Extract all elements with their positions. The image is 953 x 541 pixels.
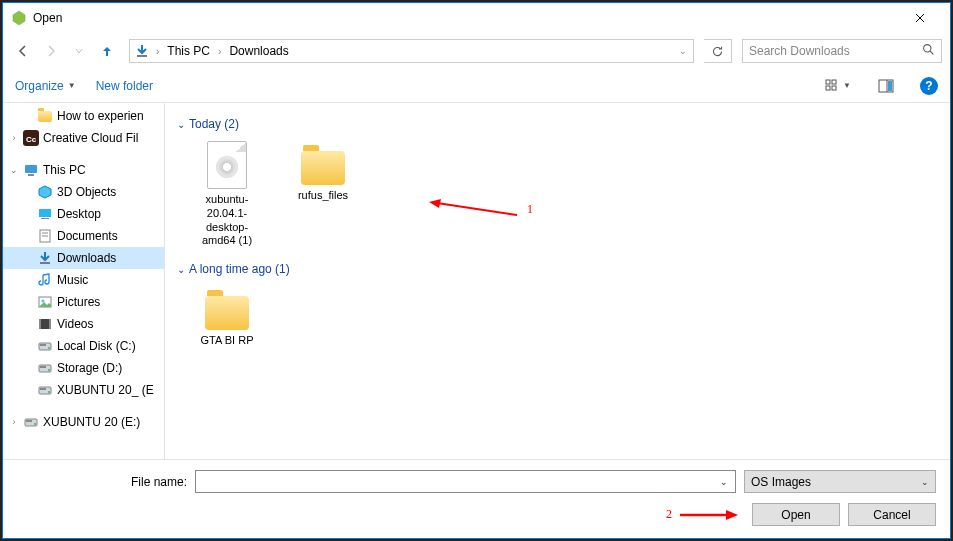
help-button[interactable]: ? [920,77,938,95]
tree-item[interactable]: XUBUNTU 20_ (E [3,379,164,401]
file-item[interactable]: xubuntu-20.04.1-desktop-amd64 (1) [191,141,263,248]
tree-item-label: Downloads [57,251,116,265]
svg-rect-21 [40,262,50,264]
svg-rect-1 [137,55,147,57]
breadcrumb-downloads[interactable]: Downloads [227,42,290,60]
tree-item-label: Videos [57,317,93,331]
tree-item[interactable]: Local Disk (C:) [3,335,164,357]
tree-item[interactable]: Documents [3,225,164,247]
svg-marker-15 [39,186,51,198]
caret-down-icon: ⌄ [921,477,929,487]
chevron-down-icon: ⌄ [177,264,185,275]
folder-icon [205,296,249,330]
new-folder-button[interactable]: New folder [96,79,153,93]
tree-item[interactable]: ⌄This PC [3,159,164,181]
disk-icon [23,414,39,430]
music-icon [37,272,53,288]
expander-icon[interactable]: › [9,417,19,427]
desktop-icon [37,206,53,222]
group-header[interactable]: ⌄A long time ago (1) [177,262,938,276]
svg-rect-4 [826,80,830,84]
tree-item[interactable]: Storage (D:) [3,357,164,379]
close-button[interactable] [897,3,942,33]
tree-item-label: Creative Cloud Fil [43,131,138,145]
svg-rect-16 [39,209,51,217]
tree-item[interactable]: Desktop [3,203,164,225]
svg-point-32 [48,369,50,371]
view-options-button[interactable]: ▼ [824,74,852,98]
tree-item-label: Music [57,273,88,287]
caret-down-icon[interactable]: ⌄ [716,475,732,489]
disk-icon [37,360,53,376]
downloads-icon [134,43,150,59]
organize-button[interactable]: Organize ▼ [15,79,76,93]
tree-item[interactable]: Music [3,269,164,291]
expander-icon[interactable]: ⌄ [9,165,19,175]
folder-icon [37,108,53,124]
videos-icon [37,316,53,332]
tree-item[interactable]: ›XUBUNTU 20 (E:) [3,411,164,433]
group-header[interactable]: ⌄Today (2) [177,117,938,131]
tree-item-label: Storage (D:) [57,361,122,375]
file-item[interactable]: GTA BI RP [191,286,263,348]
svg-line-3 [930,51,933,54]
tree-item[interactable]: Pictures [3,291,164,313]
downloads-icon [37,250,53,266]
3d-icon [37,184,53,200]
svg-marker-42 [726,510,738,520]
cancel-button[interactable]: Cancel [848,503,936,526]
file-list-pane[interactable]: 1 ⌄Today (2)xubuntu-20.04.1-desktop-amd6… [165,103,950,459]
tree-item-label: Documents [57,229,118,243]
svg-rect-10 [888,81,892,91]
tree-item-label: Pictures [57,295,100,309]
svg-point-38 [34,423,36,425]
svg-rect-28 [40,344,46,346]
dialog-footer: File name: ⌄ OS Images ⌄ 2 Open Cancel [3,459,950,538]
svg-marker-0 [13,11,25,25]
tree-item-label: This PC [43,163,86,177]
svg-rect-13 [25,165,37,173]
address-bar[interactable]: › This PC › Downloads ⌄ [129,39,694,63]
file-item[interactable]: rufus_files [287,141,359,248]
tree-item-label: Desktop [57,207,101,221]
folder-tree[interactable]: How to experien›CcCreative Cloud Fil⌄Thi… [3,103,165,459]
annotation-2: 2 [666,507,738,522]
tree-item[interactable]: Downloads [3,247,164,269]
title-bar: Open [3,3,950,33]
breadcrumb-this-pc[interactable]: This PC [165,42,212,60]
preview-pane-button[interactable] [872,74,900,98]
svg-rect-6 [826,86,830,90]
folder-icon [301,151,345,185]
file-name-input[interactable]: ⌄ [195,470,736,493]
tree-item[interactable]: Videos [3,313,164,335]
up-button[interactable] [95,39,119,63]
chevron-down-icon: ⌄ [177,119,185,130]
svg-rect-14 [28,174,34,176]
search-placeholder: Search Downloads [749,44,922,58]
svg-rect-7 [832,86,836,90]
file-item-label: xubuntu-20.04.1-desktop-amd64 (1) [191,193,263,248]
cc-icon: Cc [23,130,39,146]
file-type-filter[interactable]: OS Images ⌄ [744,470,936,493]
toolbar: Organize ▼ New folder ▼ ? [3,69,950,103]
back-button[interactable] [11,39,35,63]
open-button[interactable]: Open [752,503,840,526]
tree-item[interactable]: ›CcCreative Cloud Fil [3,127,164,149]
open-dialog-window: Open › This PC › Downloads ⌄ Search Down… [2,2,951,539]
tree-item[interactable]: How to experien [3,105,164,127]
file-item-label: GTA BI RP [191,334,263,348]
expander-icon[interactable]: › [9,133,19,143]
iso-file-icon [207,141,247,189]
tree-item[interactable]: 3D Objects [3,181,164,203]
refresh-button[interactable] [704,39,732,63]
pictures-icon [37,294,53,310]
svg-rect-34 [40,388,46,390]
tree-item-label: 3D Objects [57,185,116,199]
chevron-right-icon: › [216,46,223,57]
forward-button[interactable] [39,39,63,63]
chevron-down-icon[interactable]: ⌄ [677,46,689,56]
recent-dropdown[interactable] [67,39,91,63]
window-title: Open [33,11,897,25]
svg-rect-37 [26,420,32,422]
search-box[interactable]: Search Downloads [742,39,942,63]
